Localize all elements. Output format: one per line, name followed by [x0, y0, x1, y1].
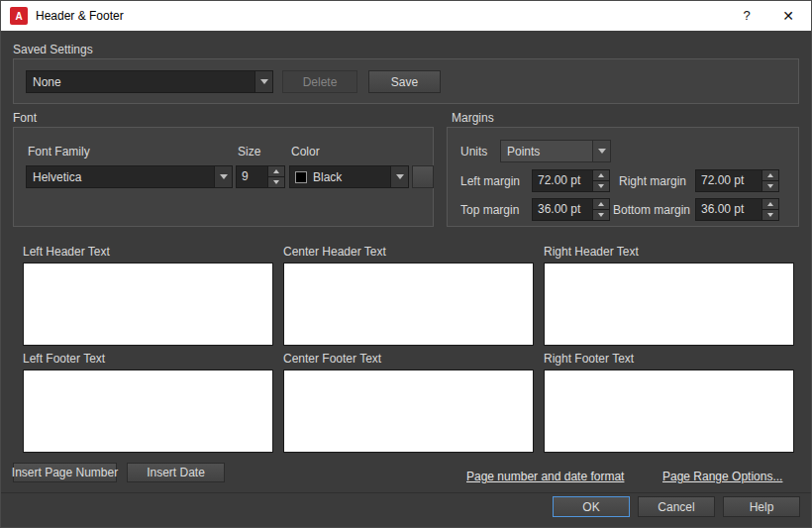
left-header-label: Left Header Text — [23, 245, 110, 259]
top-margin-value: 36.00 pt — [533, 199, 592, 220]
page-range-options-link[interactable]: Page Range Options... — [662, 470, 782, 483]
header-footer-dialog: A Header & Footer ? ✕ Saved Settings Non… — [0, 0, 812, 528]
insert-page-number-button[interactable]: Insert Page Number — [13, 463, 117, 482]
font-family-label: Font Family — [28, 145, 90, 158]
ok-button[interactable]: OK — [553, 496, 630, 517]
font-size-label: Size — [238, 145, 260, 158]
spinner-arrows — [592, 199, 609, 220]
spin-up-icon[interactable] — [593, 199, 609, 210]
font-color-label: Color — [291, 145, 320, 158]
right-footer-label: Right Footer Text — [544, 352, 634, 366]
delete-button[interactable]: Delete — [282, 70, 357, 93]
right-header-label: Right Header Text — [544, 245, 639, 259]
acrobat-icon: A — [10, 7, 28, 25]
units-label: Units — [460, 145, 487, 158]
spin-down-icon[interactable] — [593, 210, 609, 220]
font-extra-button[interactable] — [412, 165, 434, 188]
font-group: Font Family Size Color Helvetica 9 Black — [13, 127, 434, 227]
right-margin-spinner[interactable]: 72.00 pt — [695, 169, 779, 192]
save-button[interactable]: Save — [368, 70, 441, 93]
units-value: Points — [501, 145, 592, 158]
spin-down-icon[interactable] — [268, 177, 284, 187]
spinner-arrows — [761, 199, 778, 220]
spin-down-icon[interactable] — [762, 210, 778, 220]
font-size-value: 9 — [237, 166, 267, 187]
font-family-value: Helvetica — [27, 170, 214, 184]
left-header-textarea[interactable] — [23, 263, 273, 346]
right-footer-textarea[interactable] — [544, 370, 794, 453]
bottom-margin-spinner[interactable]: 36.00 pt — [695, 198, 779, 221]
chevron-down-icon — [254, 71, 272, 92]
spin-up-icon[interactable] — [593, 170, 609, 181]
help-icon[interactable]: ? — [726, 1, 767, 31]
units-dropdown[interactable]: Points — [500, 140, 611, 162]
spinner-arrows — [267, 166, 284, 187]
bottom-margin-value: 36.00 pt — [696, 199, 761, 220]
saved-settings-value: None — [27, 75, 254, 89]
chevron-down-icon — [592, 141, 610, 161]
spin-up-icon[interactable] — [762, 170, 778, 181]
margins-section-label: Margins — [452, 111, 494, 125]
center-footer-textarea[interactable] — [283, 370, 534, 453]
saved-settings-label: Saved Settings — [13, 43, 93, 56]
spinner-arrows — [592, 170, 609, 191]
bottom-margin-label: Bottom margin — [613, 203, 690, 217]
titlebar: A Header & Footer ? ✕ — [1, 1, 811, 31]
font-family-dropdown[interactable]: Helvetica — [26, 165, 233, 188]
saved-settings-dropdown[interactable]: None — [26, 70, 273, 93]
font-color-value: Black — [307, 170, 390, 184]
page-number-date-format-link[interactable]: Page number and date format — [466, 470, 624, 483]
saved-settings-group: None Delete Save — [13, 58, 799, 104]
center-header-textarea[interactable] — [283, 263, 534, 346]
spinner-arrows — [761, 170, 778, 191]
spin-up-icon[interactable] — [268, 166, 284, 177]
font-size-spinner[interactable]: 9 — [236, 165, 285, 188]
center-footer-label: Center Footer Text — [283, 352, 381, 366]
help-button[interactable]: Help — [723, 496, 800, 517]
spin-up-icon[interactable] — [762, 199, 778, 210]
right-margin-value: 72.00 pt — [696, 170, 761, 191]
left-footer-textarea[interactable] — [23, 370, 273, 453]
insert-date-button[interactable]: Insert Date — [127, 463, 225, 482]
left-margin-spinner[interactable]: 72.00 pt — [532, 169, 610, 192]
cancel-button[interactable]: Cancel — [638, 496, 715, 517]
spin-down-icon[interactable] — [762, 181, 778, 191]
font-section-label: Font — [13, 111, 37, 125]
dialog-title: Header & Footer — [36, 1, 124, 31]
close-icon[interactable]: ✕ — [767, 1, 809, 31]
font-color-dropdown[interactable]: Black — [289, 165, 409, 188]
margins-group: Units Points Left margin 72.00 pt Right … — [447, 127, 799, 227]
right-margin-label: Right margin — [619, 174, 686, 188]
chevron-down-icon — [390, 166, 408, 187]
top-margin-spinner[interactable]: 36.00 pt — [532, 198, 610, 221]
top-margin-label: Top margin — [460, 203, 519, 217]
left-margin-label: Left margin — [460, 174, 520, 188]
bottom-separator — [1, 492, 812, 493]
right-header-textarea[interactable] — [544, 263, 794, 346]
spin-down-icon[interactable] — [593, 181, 609, 191]
chevron-down-icon — [214, 166, 232, 187]
color-swatch — [295, 171, 307, 183]
left-margin-value: 72.00 pt — [533, 170, 592, 191]
left-footer-label: Left Footer Text — [23, 352, 105, 366]
center-header-label: Center Header Text — [283, 245, 386, 259]
